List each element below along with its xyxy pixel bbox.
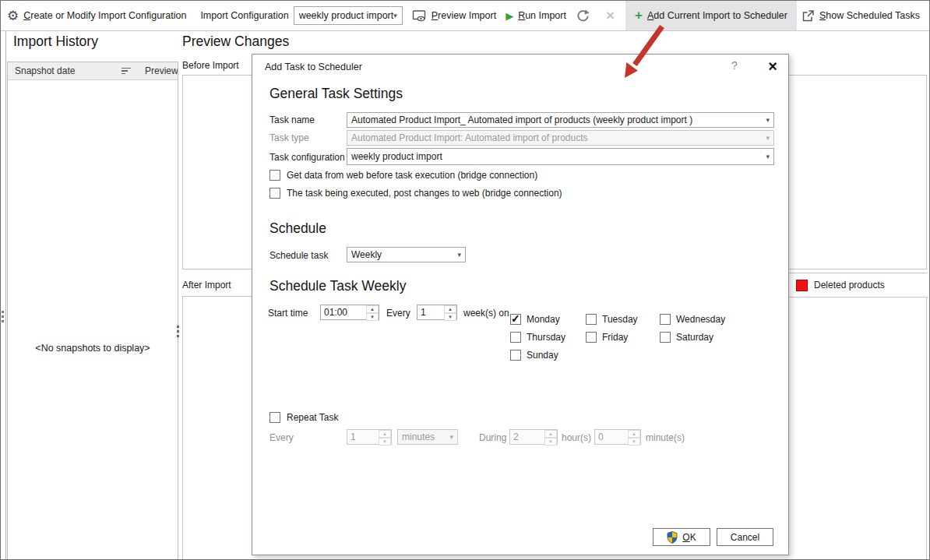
show-scheduled-tasks-button[interactable]: Show Scheduled Tasks — [797, 1, 925, 30]
sort-icon[interactable] — [122, 68, 131, 75]
spin-up-icon[interactable]: ▴ — [444, 305, 456, 313]
cancel-button[interactable]: Cancel — [717, 528, 773, 546]
column-preview[interactable]: Preview — [145, 65, 178, 76]
spinner-buttons: ▴▾ — [544, 430, 557, 444]
sunday-checkbox[interactable] — [510, 350, 521, 361]
minutes-suffix-label: minute(s) — [646, 432, 685, 443]
thursday-checkbox[interactable] — [510, 332, 521, 343]
task-name-label: Task name — [269, 114, 315, 125]
add-task-to-scheduler-dialog: Add Task to Scheduler ? × General Task S… — [252, 54, 789, 555]
wednesday-checkbox[interactable] — [660, 314, 671, 325]
get-data-checkbox[interactable] — [269, 170, 280, 181]
ok-label: OK — [682, 532, 696, 543]
weekday-checkbox-grid: Monday Tuesday Wednesday Thursday Friday… — [510, 310, 761, 364]
spinner-buttons[interactable]: ▴▾ — [366, 305, 379, 319]
toolbar: ⚙ Create or Modify Import Configuration … — [1, 1, 929, 31]
monday-checkbox[interactable] — [510, 314, 521, 325]
repeat-every-label: Every — [269, 432, 294, 443]
import-configuration-value: weekly product import — [299, 10, 394, 21]
legend-label: Deleted products — [814, 280, 885, 291]
external-link-icon — [801, 9, 815, 23]
show-scheduled-tasks-label: Show Scheduled Tasks — [819, 10, 920, 21]
task-type-label: Task type — [269, 132, 309, 143]
help-button[interactable]: ? — [726, 59, 743, 75]
chevron-down-icon: ▾ — [766, 153, 770, 160]
repeat-task-checkbox-row[interactable]: Repeat Task — [269, 412, 339, 423]
day-tuesday[interactable]: Tuesday — [586, 310, 660, 328]
ok-button[interactable]: OK — [653, 528, 710, 546]
schedule-task-weekly-heading: Schedule Task Weekly — [269, 278, 406, 294]
day-label: Saturday — [676, 332, 713, 343]
chevron-down-icon: ▾ — [457, 251, 461, 259]
start-time-label: Start time — [268, 308, 308, 319]
task-configuration-value: weekly product import — [351, 151, 442, 162]
friday-checkbox[interactable] — [586, 332, 597, 343]
legend-deleted-products: Deleted products — [789, 273, 928, 298]
spin-down-icon: ▾ — [628, 438, 640, 446]
left-splitter-grip[interactable] — [2, 311, 4, 322]
import-configuration-label: Import Configuration — [196, 1, 293, 30]
column-snapshot-date[interactable]: Snapshot date — [8, 65, 122, 76]
task-type-value: Automated Product Import: Automated impo… — [351, 132, 588, 143]
window-left-splitter[interactable] — [5, 31, 6, 560]
cancel-label: Cancel — [731, 532, 759, 543]
preview-eye-icon — [412, 9, 427, 23]
task-configuration-label: Task configuration — [269, 152, 345, 163]
import-history-header-row[interactable]: Snapshot date Preview — [8, 62, 178, 80]
spin-up-icon[interactable]: ▴ — [366, 305, 379, 313]
close-icon[interactable]: × — [763, 57, 783, 76]
every-week-label: Every — [386, 308, 410, 319]
spinner-buttons[interactable]: ▴▾ — [444, 305, 456, 319]
import-configuration-select[interactable]: weekly product import ▾ — [294, 6, 403, 25]
repeat-unit-value: minutes — [402, 431, 435, 442]
preview-changes-title: Preview Changes — [182, 33, 289, 50]
task-type-combo: Automated Product Import: Automated impo… — [347, 130, 774, 146]
day-friday[interactable]: Friday — [586, 328, 660, 346]
before-import-label: Before Import — [182, 60, 239, 71]
day-wednesday[interactable]: Wednesday — [660, 310, 761, 328]
repeat-unit-select: minutes ▾ — [397, 429, 458, 445]
day-label: Sunday — [527, 350, 558, 361]
general-task-settings-heading: General Task Settings — [269, 86, 403, 102]
spin-down-icon[interactable]: ▾ — [444, 313, 456, 321]
preview-import-button[interactable]: Preview Import — [407, 1, 501, 30]
chevron-down-icon: ▾ — [393, 12, 397, 19]
uac-shield-icon — [667, 531, 678, 544]
annotation-arrow — [577, 19, 678, 90]
task-name-combo[interactable]: Automated Product Import_ Automated impo… — [347, 112, 774, 128]
day-label: Tuesday — [602, 314, 638, 325]
during-hours-value: 2 — [510, 430, 544, 444]
task-configuration-combo[interactable]: weekly product import ▾ — [347, 148, 774, 165]
day-label: Monday — [527, 314, 560, 325]
saturday-checkbox[interactable] — [660, 332, 671, 343]
start-time-spinner[interactable]: 01:00 ▴▾ — [320, 305, 379, 320]
create-import-config-button[interactable]: Create or Modify Import Configuration — [19, 1, 191, 30]
import-history-title: Import History — [13, 33, 98, 50]
preview-import-label: Preview Import — [432, 10, 496, 21]
day-monday[interactable]: Monday — [510, 310, 586, 328]
run-import-button[interactable]: ▶ Run Import — [501, 1, 571, 30]
repeat-task-label: Repeat Task — [287, 412, 339, 423]
post-changes-checkbox-row[interactable]: The task being executed, post changes to… — [269, 188, 562, 199]
day-sunday[interactable]: Sunday — [510, 346, 586, 364]
spin-down-icon[interactable]: ▾ — [366, 313, 379, 321]
every-week-spinner[interactable]: 1 ▴▾ — [417, 305, 457, 320]
schedule-task-select[interactable]: Weekly ▾ — [347, 247, 466, 262]
during-minutes-value: 0 — [595, 430, 628, 444]
chevron-down-icon: ▾ — [766, 116, 770, 124]
get-data-checkbox-row[interactable]: Get data from web before task execution … — [269, 170, 537, 181]
day-saturday[interactable]: Saturday — [660, 328, 761, 346]
empty-history-text: <No snapshots to display> — [8, 343, 178, 354]
spinner-buttons: ▴▾ — [628, 430, 640, 444]
hours-suffix-label: hour(s) — [562, 432, 591, 443]
task-name-value: Automated Product Import_ Automated impo… — [351, 114, 692, 125]
repeat-task-checkbox[interactable] — [269, 412, 280, 423]
tuesday-checkbox[interactable] — [586, 314, 597, 325]
create-import-config-label: Create or Modify Import Configuration — [23, 10, 186, 21]
post-changes-checkbox[interactable] — [269, 188, 280, 199]
spin-up-icon: ▴ — [628, 430, 640, 438]
weeks-on-label: week(s) on — [463, 308, 509, 319]
day-thursday[interactable]: Thursday — [510, 328, 586, 346]
panel-splitter-grip[interactable] — [177, 326, 179, 337]
schedule-task-label: Schedule task — [269, 250, 328, 261]
